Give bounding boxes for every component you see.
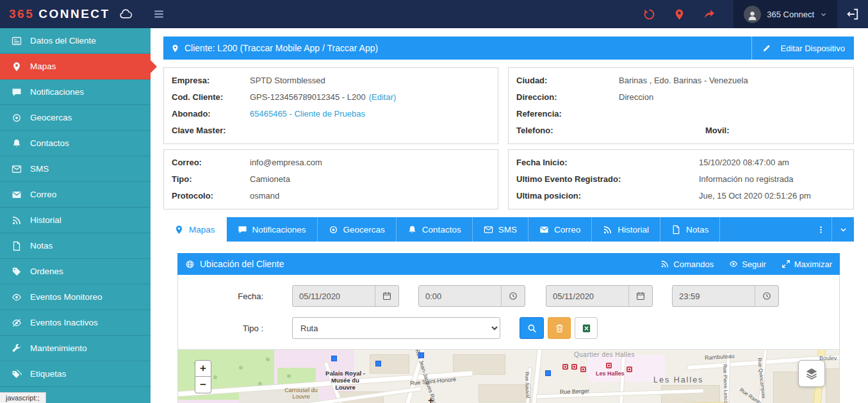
info-row: Referencia: [516, 106, 846, 122]
signal-icon [660, 259, 669, 268]
location-pin-icon[interactable] [673, 8, 685, 21]
logout-icon [846, 8, 859, 21]
tab-correo[interactable]: Correo [528, 217, 592, 242]
logout-button[interactable] [837, 0, 868, 28]
info-row: Empresa: SPTD Stormblessed [172, 72, 490, 89]
field-label: Fecha Inicio: [516, 158, 699, 167]
map-poi-icon [580, 366, 586, 372]
link-preview-statusbar: javascript:; [0, 392, 46, 403]
cloud-icon[interactable] [118, 8, 133, 21]
maximizar-button[interactable]: Maximizar [782, 259, 832, 269]
menu-toggle-icon[interactable] [152, 8, 165, 20]
client-header-bar: Cliente: L200 (Traccar Mobile App / Trac… [163, 37, 854, 60]
tab-historial[interactable]: Historial [592, 217, 660, 242]
field-label: Direccion: [516, 92, 619, 102]
panel-actions: Comandos Seguir Maximizar [645, 259, 832, 269]
fecha-row: Fecha: [178, 285, 839, 307]
sidebar-item-geocercas[interactable]: Geocercas [0, 105, 151, 131]
tab-sms[interactable]: SMS [473, 217, 528, 242]
calendar-icon[interactable] [628, 286, 652, 306]
map-label: Rambuteau [705, 352, 735, 361]
map-point-marker[interactable] [545, 370, 551, 376]
map-tree [287, 374, 291, 378]
share-icon[interactable] [703, 8, 716, 21]
map-point-marker[interactable] [375, 361, 381, 366]
abonado-link[interactable]: 65465465 - Cliente de Pruebas [250, 109, 365, 119]
tab-geocercas[interactable]: Geocercas [318, 217, 397, 242]
map-label: Carrousel du Louvre [281, 387, 322, 400]
edit-device-button[interactable]: Editar Dispositivo [751, 37, 854, 60]
envelope-icon [539, 225, 549, 234]
clock-icon[interactable] [755, 286, 778, 306]
sidebar-item-label: Historial [30, 215, 61, 225]
map-point-marker[interactable] [331, 356, 337, 361]
tab-contactos[interactable]: Contactos [397, 217, 473, 242]
tags-icon [12, 369, 22, 379]
sidebar-item-notas[interactable]: Notas [0, 233, 151, 259]
sidebar-item-contactos[interactable]: Contactos [0, 131, 151, 156]
sidebar-item-mapas[interactable]: Mapas [0, 54, 151, 79]
tab-notificaciones[interactable]: Notificaciones [227, 217, 318, 242]
map-building [662, 386, 719, 403]
maximizar-label: Maximizar [794, 259, 832, 269]
comandos-button[interactable]: Comandos [660, 259, 714, 269]
field-value: info@empresa.com [250, 158, 322, 167]
time-to-input[interactable] [673, 286, 755, 306]
tab-bar-extra [810, 217, 854, 242]
envelope-icon [12, 164, 22, 174]
dots-vertical-icon [817, 226, 825, 234]
clock-icon[interactable] [501, 286, 525, 306]
sidebar-item-notificaciones[interactable]: Notificaciones [0, 79, 151, 105]
search-button[interactable] [520, 317, 544, 339]
map-tree [266, 358, 270, 361]
map-layers-button[interactable] [798, 360, 825, 387]
sidebar-item-mantenimiento[interactable]: Mantenimiento [0, 336, 151, 361]
eye-off-icon [12, 318, 22, 328]
sidebar-item-eventos-monitoreo[interactable]: Eventos Monitoreo [0, 284, 151, 310]
collapse-tabs-button[interactable] [831, 217, 854, 242]
zoom-out-button[interactable]: − [195, 377, 211, 393]
ubicacion-panel: Ubicación del Cliente Comandos Seguir Ma… [177, 253, 840, 403]
sidebar-item-historial[interactable]: Historial [0, 208, 151, 233]
sidebar-item-ordenes[interactable]: Ordenes [0, 259, 151, 284]
sidebar-item-datos-del-cliente[interactable]: Datos del Cliente [0, 28, 151, 54]
history-icon[interactable] [643, 8, 655, 21]
map-canvas[interactable]: Quartier des Halles Rambuteau Boulev Les… [178, 349, 839, 403]
user-avatar-icon [744, 6, 761, 23]
seguir-button[interactable]: Seguir [729, 259, 766, 269]
date-from-input[interactable] [293, 286, 375, 306]
sidebar-item-etiquetas[interactable]: Etiquetas [0, 361, 151, 387]
sidebar-item-correo[interactable]: Correo [0, 182, 151, 208]
map-poi-icon [606, 363, 612, 368]
user-menu[interactable]: 365 Connect [733, 0, 837, 28]
date-to-input[interactable] [546, 286, 628, 306]
app-logo[interactable]: 365 CONNECT [9, 7, 110, 21]
sidebar-item-eventos-inactivos[interactable]: Eventos Inactivos [0, 310, 151, 336]
layers-icon [805, 366, 819, 381]
tab-notas[interactable]: Notas [660, 217, 720, 242]
chat-icon [238, 225, 247, 234]
calendar-icon[interactable] [375, 286, 398, 306]
sidebar-item-sms[interactable]: SMS [0, 156, 151, 182]
field-value: osmand [250, 191, 279, 201]
info-row: Ultima posicion: Jue, 15 Oct 2020 02:51:… [516, 188, 846, 204]
date-to-group [546, 285, 653, 307]
eye-icon [12, 292, 22, 302]
map-point-marker[interactable] [418, 352, 424, 358]
more-tabs-button[interactable] [810, 217, 831, 242]
tab-mapas[interactable]: Mapas [163, 217, 227, 242]
chevron-down-icon [820, 11, 827, 18]
time-from-input[interactable] [419, 286, 501, 306]
chat-icon [12, 87, 22, 97]
export-excel-button[interactable] [575, 317, 598, 339]
target-icon [12, 113, 22, 123]
field-value: 15/10/2020 08:47:00 am [699, 158, 789, 167]
tipo-select[interactable]: Ruta [292, 317, 500, 339]
tab-label: Notificaciones [252, 225, 306, 234]
zoom-in-button[interactable]: + [195, 360, 211, 377]
clear-button[interactable] [548, 317, 571, 339]
tag-icon [12, 267, 22, 277]
edit-client-code-link[interactable]: (Editar) [369, 92, 397, 102]
sidebar-item-label: SMS [30, 164, 49, 174]
info-row: Protocolo: osmand [172, 188, 490, 204]
